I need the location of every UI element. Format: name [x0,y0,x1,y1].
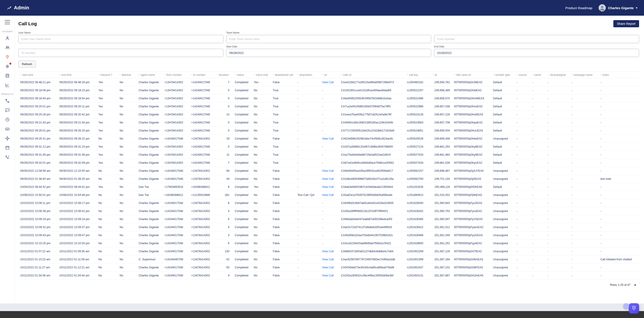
column-header[interactable]: ^sfdc tasks id [452,72,491,78]
view-call-link[interactable]: View Call [320,191,339,199]
table-row[interactable]: 10/11/2022 01:11:27 am 10/11/2022 01:12:… [18,264,639,272]
table-row[interactable]: 10/04/2022 08:44:32 pm 10/04/2022 08:44:… [18,183,639,191]
table-row[interactable]: 10/10/2022 10:09:19 pm 10/10/2022 10:09:… [18,215,639,223]
start-date-input[interactable] [226,49,431,57]
view-call-link[interactable]: View Call [320,272,339,280]
dialer-fab-button[interactable] [629,303,639,314]
view-call-link[interactable]: - [320,143,339,151]
column-header[interactable]: ^name [530,72,546,78]
view-call-link[interactable]: - [320,118,339,126]
table-row[interactable]: 10/11/2022 01:07:22 am 10/11/2022 01:09:… [18,247,639,256]
dialer-bubble-button[interactable] [623,303,629,309]
table-row[interactable]: 10/11/2022 01:34:36 am 10/11/2022 01:34:… [18,272,639,280]
table-row[interactable]: 09/29/2022 09:20:01 pm 09/29/2022 09:20:… [18,102,639,110]
view-call-link[interactable]: - [320,151,339,159]
view-call-link[interactable]: - [320,215,339,223]
table-row[interactable]: 10/11/2022 01:10:23 am 10/11/2022 01:11:… [18,256,639,264]
column-header[interactable]: ^source [515,72,530,78]
column-header[interactable]: ^from number [162,72,190,78]
table-row[interactable]: 09/29/2022 06:48:21 pm 09/29/2022 06:48:… [18,78,639,86]
view-call-link[interactable]: - [320,207,339,215]
view-call-link[interactable]: - [320,110,339,118]
view-call-link[interactable]: View Call [320,78,339,86]
sidebar-item-history[interactable] [2,115,12,124]
view-call-link[interactable]: View Call [320,134,339,143]
view-call-link[interactable]: - [320,239,339,247]
table-row[interactable]: 09/29/2022 09:25:31 pm 09/29/2022 09:26:… [18,134,639,143]
table-row[interactable]: 09/29/2022 09:31:45 pm 09/29/2022 09:31:… [18,151,639,159]
column-header[interactable]: ^status [233,72,252,78]
view-call-link[interactable]: - [320,126,339,134]
table-row[interactable]: 10/06/2022 10:50:01 pm 10/06/2022 10:54:… [18,191,639,199]
user-name-input[interactable] [18,35,224,43]
table-row[interactable]: 09/30/2022 01:38:40 am 09/30/2022 01:39:… [18,175,639,183]
table-row[interactable]: 09/30/2022 12:08:56 am 09/30/2022 12:10:… [18,167,639,175]
table-row[interactable]: 09/29/2022 09:25:01 pm 09/29/2022 09:25:… [18,126,639,134]
view-call-link[interactable]: - [320,102,339,110]
table-row[interactable]: 10/10/2022 10:09:43 pm 10/10/2022 10:09:… [18,231,639,239]
table-row[interactable]: 10/10/2022 10:09:32 pm 10/10/2022 10:09:… [18,223,639,231]
table-row[interactable]: 09/29/2022 09:31:12 pm 09/29/2022 09:31:… [18,143,639,151]
column-header[interactable]: ^campaign name [570,72,598,78]
column-header[interactable]: ^end time [58,72,96,78]
sidebar-item-settings[interactable] [2,62,12,71]
table-row[interactable]: 10/10/2022 10:08:11 pm 10/10/2022 10:08:… [18,199,639,207]
column-header[interactable]: ^url [320,72,339,78]
view-call-link[interactable]: - [320,159,339,167]
user-menu[interactable]: Charles Gigante ▾ [598,4,637,12]
view-call-link[interactable]: View Call [320,167,339,175]
view-call-link[interactable]: View Call [320,183,339,191]
column-header[interactable]: ^id [431,72,452,78]
sidebar-item-workflows[interactable] [2,134,12,143]
table-row[interactable]: 09/29/2022 09:21:43 pm 09/29/2022 09:21:… [18,118,639,126]
table-row[interactable]: 10/10/2022 10:10:25 pm 10/10/2022 10:10:… [18,239,639,247]
column-header[interactable]: ^calls id [339,72,405,78]
sidebar-item-calls[interactable] [2,152,12,162]
column-header[interactable]: ^inbound ? [96,72,118,78]
view-call-link[interactable]: View Call [320,175,339,183]
column-header[interactable]: ^start time [18,72,58,78]
table-row[interactable]: 09/29/2022 09:32:01 pm 09/29/2022 09:32:… [18,159,639,167]
column-header[interactable]: ^agent name [137,72,162,78]
refresh-button[interactable]: Refresh [18,60,36,68]
team-name-input[interactable] [226,35,431,43]
hamburger-menu-icon[interactable] [5,20,10,24]
end-date-input[interactable] [434,49,639,57]
column-header[interactable]: ^number type [491,72,515,78]
view-call-link[interactable]: View Call [320,256,339,264]
view-call-link[interactable]: - [320,94,339,102]
column-header[interactable]: ^voice mail [252,72,271,78]
sidebar-item-teams[interactable] [2,43,12,52]
table-row[interactable]: 10/10/2022 10:08:39 pm 10/10/2022 10:08:… [18,207,639,215]
column-header[interactable]: ^duration [215,72,233,78]
sidebar-item-calendar[interactable] [2,143,12,152]
view-call-link[interactable]: View Call [320,247,339,256]
share-report-button[interactable]: Share Report [613,20,639,27]
column-header[interactable]: ^sfcampaignid [546,72,570,78]
from-number-input[interactable] [434,35,639,43]
sidebar-item-phone[interactable] [2,96,12,106]
next-page-button[interactable]: ► [634,283,637,286]
column-header[interactable]: ^abandoned call [271,72,296,78]
view-call-link[interactable]: View Call [320,264,339,272]
sidebar-item-data[interactable] [2,71,12,80]
column-header[interactable]: ^notes [598,72,639,78]
view-call-link[interactable]: - [320,199,339,207]
sidebar-item-dialpad[interactable] [2,124,12,134]
column-header[interactable]: ^to number [190,72,215,78]
table-row[interactable]: 09/29/2022 09:18:44 pm 09/29/2022 09:18:… [18,94,639,102]
sidebar-item-integrations[interactable] [2,52,12,62]
product-roadmap-link[interactable]: Product Roadmap [565,6,592,10]
view-call-link[interactable]: - [320,86,339,94]
sidebar-item-chat[interactable] [2,106,12,115]
view-call-link[interactable]: - [320,231,339,239]
table-row[interactable]: 09/29/2022 09:18:06 pm 09/29/2022 09:18:… [18,86,639,94]
to-number-input[interactable] [18,49,224,57]
sidebar-item-user[interactable] [2,34,12,43]
sidebar-item-analytics[interactable] [2,80,12,90]
column-header[interactable]: ^dialnext [118,72,137,78]
view-call-link[interactable]: - [320,223,339,231]
column-header[interactable]: ^call key [405,72,431,78]
table-row[interactable]: 09/29/2022 09:20:28 pm 09/29/2022 09:20:… [18,110,639,118]
column-header[interactable]: ^disposition [296,72,320,78]
